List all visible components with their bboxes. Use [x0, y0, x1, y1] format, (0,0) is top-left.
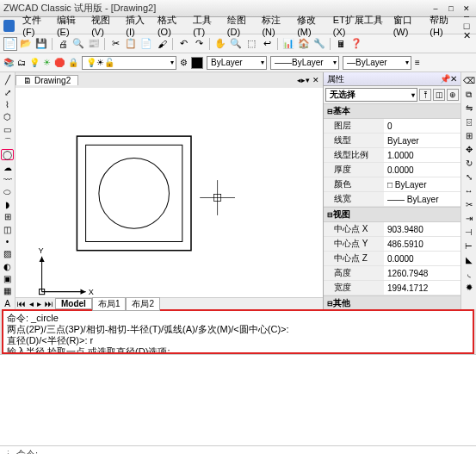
- selection-combo[interactable]: 无选择: [325, 88, 417, 102]
- arc-icon[interactable]: ⌒: [1, 136, 14, 148]
- explode-icon[interactable]: ✹: [462, 281, 475, 294]
- doc-close-button[interactable]: ✕: [461, 31, 473, 41]
- select-objects-icon[interactable]: ◫: [433, 89, 445, 101]
- pan-icon[interactable]: ✋: [213, 37, 227, 51]
- menu-file[interactable]: 文件(F): [18, 12, 53, 39]
- property-value[interactable]: 1994.1712: [384, 281, 461, 295]
- menu-dim[interactable]: 标注(N): [257, 12, 293, 39]
- tab-first-icon[interactable]: ⏮: [15, 299, 28, 308]
- fillet-icon[interactable]: ◟: [462, 267, 475, 280]
- menu-help[interactable]: 帮助(H): [425, 12, 461, 39]
- circle-icon[interactable]: ◯: [1, 149, 14, 161]
- copy-obj-icon[interactable]: ⧉: [462, 88, 475, 101]
- left-handle-icon[interactable]: ⋮: [3, 449, 13, 454]
- menu-modify[interactable]: 修改(M): [293, 12, 329, 39]
- property-value[interactable]: 486.5910: [384, 237, 461, 251]
- revcloud-icon[interactable]: ☁: [1, 161, 14, 172]
- lw-icon[interactable]: ≡: [415, 58, 420, 67]
- point-icon[interactable]: •: [1, 236, 14, 247]
- trim-icon[interactable]: ✂: [462, 198, 475, 211]
- open-icon[interactable]: 📂: [19, 37, 33, 51]
- tab-layout1[interactable]: 布局1: [92, 297, 127, 311]
- property-value[interactable]: □ ByLayer: [384, 177, 461, 191]
- property-value[interactable]: ByLayer: [384, 134, 461, 147]
- menu-insert[interactable]: 插入(I): [121, 12, 153, 39]
- print-icon[interactable]: 🖨: [56, 37, 70, 51]
- rectangle-icon[interactable]: ▭: [1, 124, 14, 135]
- dc-icon[interactable]: 🏠: [297, 37, 311, 51]
- help-icon[interactable]: ❓: [349, 37, 363, 51]
- props-icon[interactable]: 📊: [281, 37, 295, 51]
- sun-icon[interactable]: ☀: [43, 58, 51, 67]
- mirror-icon[interactable]: ⇋: [462, 102, 475, 115]
- text-icon[interactable]: A: [1, 298, 14, 309]
- tab-layout2[interactable]: 布局2: [126, 297, 160, 311]
- zoom-rt-icon[interactable]: 🔍: [229, 37, 243, 51]
- publish-icon[interactable]: 📰: [87, 37, 101, 51]
- block-icon[interactable]: ◫: [1, 223, 14, 234]
- property-value[interactable]: 1260.7948: [384, 266, 461, 280]
- match-icon[interactable]: 🖌: [155, 37, 169, 51]
- menu-draw[interactable]: 绘图(D): [223, 12, 258, 39]
- layer-manager-icon[interactable]: 📚: [3, 58, 14, 67]
- bulb-on-icon[interactable]: 💡: [29, 58, 40, 67]
- color-swatch[interactable]: [191, 57, 203, 69]
- command-line[interactable]: ⋮ 命令:: [0, 445, 476, 454]
- tab-prev-icon[interactable]: ◂: [28, 299, 35, 308]
- xline-icon[interactable]: ⤢: [1, 86, 14, 97]
- layer-prev-icon[interactable]: ⚙: [180, 58, 188, 67]
- stretch-icon[interactable]: ↔: [462, 184, 475, 197]
- polygon-icon[interactable]: ⬡: [1, 111, 14, 122]
- tab-next-icon[interactable]: ▸: [35, 299, 43, 308]
- paste-icon[interactable]: 📄: [139, 37, 153, 51]
- property-value[interactable]: —— ByLayer: [384, 192, 461, 206]
- pickadd-icon[interactable]: ⊕: [447, 89, 459, 101]
- zoom-prev-icon[interactable]: ↩: [260, 37, 274, 51]
- document-tab[interactable]: 🗎 Drawing2: [15, 75, 78, 85]
- layer-combo[interactable]: 💡☀🔓: [82, 56, 176, 70]
- property-group[interactable]: 基本: [324, 103, 461, 119]
- spline-icon[interactable]: 〰: [1, 174, 14, 185]
- menu-window[interactable]: 窗口(W): [389, 12, 426, 39]
- save-icon[interactable]: 💾: [34, 37, 48, 51]
- lock-icon[interactable]: 🔒: [68, 58, 78, 67]
- panel-pin-icon[interactable]: 📌: [440, 74, 450, 84]
- array-icon[interactable]: ⊞: [462, 129, 475, 142]
- linetype-combo[interactable]: —— ByLayer: [270, 56, 339, 70]
- preview-icon[interactable]: 🔍: [71, 37, 85, 51]
- break-icon[interactable]: ⊣: [462, 226, 475, 239]
- tab-menu-icon[interactable]: ◂▸▾ ✕: [294, 76, 323, 84]
- tools-icon[interactable]: 🔧: [312, 37, 326, 51]
- quick-select-icon[interactable]: ⭱: [419, 89, 431, 101]
- tab-model[interactable]: Model: [55, 298, 92, 309]
- property-value[interactable]: 0.0000: [384, 252, 461, 265]
- drawing-canvas[interactable]: X Y: [15, 88, 323, 297]
- layer-states-icon[interactable]: 🗂: [17, 58, 26, 67]
- scale-icon[interactable]: ⤡: [462, 171, 475, 183]
- move-icon[interactable]: ✥: [462, 143, 475, 156]
- property-group[interactable]: 其他: [324, 295, 461, 309]
- join-icon[interactable]: ⊢: [462, 239, 475, 252]
- menu-view[interactable]: 视图(V): [87, 12, 121, 39]
- gradient-icon[interactable]: ◐: [1, 260, 14, 271]
- menu-et[interactable]: ET扩展工具(X): [329, 12, 389, 39]
- offset-icon[interactable]: ⌻: [462, 115, 475, 128]
- panel-close-icon[interactable]: ✕: [450, 74, 457, 84]
- ellipse-arc-icon[interactable]: ◗: [1, 199, 14, 210]
- zoom-win-icon[interactable]: ⬚: [244, 37, 258, 51]
- property-value[interactable]: 0: [384, 119, 461, 133]
- property-value[interactable]: 903.9480: [384, 222, 461, 236]
- property-value[interactable]: 0.0000: [384, 163, 461, 177]
- rotate-icon[interactable]: ↻: [462, 157, 475, 170]
- ellipse-icon[interactable]: ⬭: [1, 186, 14, 197]
- menu-format[interactable]: 格式(O): [153, 12, 189, 39]
- extend-icon[interactable]: ⇥: [462, 212, 475, 225]
- copy-icon[interactable]: 📋: [124, 37, 138, 51]
- stop-icon[interactable]: 🛑: [54, 58, 65, 67]
- property-value[interactable]: 1.0000: [384, 148, 461, 162]
- redo-icon[interactable]: ↷: [192, 37, 206, 51]
- undo-icon[interactable]: ↶: [176, 37, 190, 51]
- region-icon[interactable]: ▣: [1, 273, 14, 284]
- menu-edit[interactable]: 编辑(E): [53, 12, 87, 39]
- color-combo[interactable]: ByLayer: [207, 56, 267, 70]
